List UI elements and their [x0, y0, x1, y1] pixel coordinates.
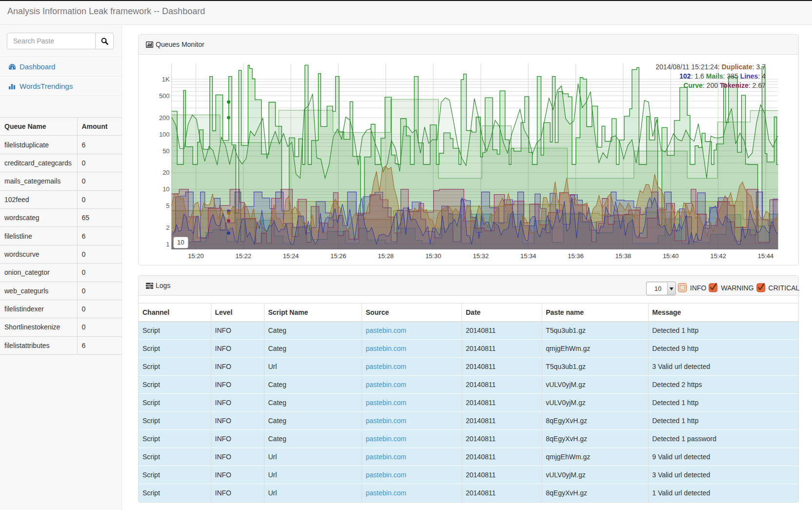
- svg-text:10: 10: [162, 185, 169, 193]
- svg-text:20: 20: [162, 169, 169, 176]
- svg-text:50: 50: [162, 147, 169, 155]
- svg-text:15:34: 15:34: [520, 252, 536, 260]
- svg-text:15:36: 15:36: [568, 252, 584, 260]
- svg-text:15:38: 15:38: [615, 252, 631, 260]
- svg-text:2: 2: [166, 224, 169, 231]
- svg-text:1K: 1K: [162, 76, 170, 83]
- svg-text:15:22: 15:22: [235, 252, 251, 260]
- svg-text:15:44: 15:44: [758, 252, 774, 260]
- svg-text:15:20: 15:20: [188, 252, 204, 260]
- svg-text:500: 500: [159, 92, 170, 100]
- svg-text:15:32: 15:32: [473, 252, 489, 260]
- svg-text:1: 1: [166, 241, 169, 248]
- svg-text:15:28: 15:28: [378, 252, 394, 260]
- svg-text:15:40: 15:40: [663, 252, 679, 260]
- svg-text:15:42: 15:42: [710, 252, 726, 260]
- svg-text:200: 200: [159, 114, 170, 122]
- svg-text:5: 5: [166, 202, 169, 209]
- svg-text:15:24: 15:24: [283, 252, 299, 260]
- svg-text:15:30: 15:30: [426, 252, 442, 260]
- svg-text:15:26: 15:26: [330, 252, 346, 260]
- svg-text:100: 100: [159, 131, 170, 138]
